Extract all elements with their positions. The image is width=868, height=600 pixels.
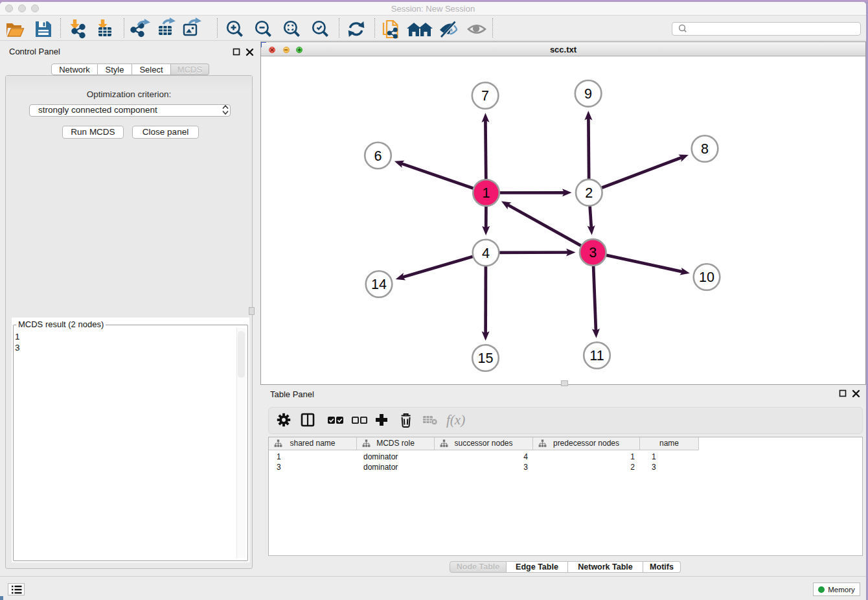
- svg-text:6: 6: [374, 148, 382, 164]
- svg-text:15: 15: [478, 351, 494, 366]
- svg-text:2: 2: [585, 185, 593, 201]
- svg-text:14: 14: [371, 277, 387, 292]
- svg-text:11: 11: [589, 348, 604, 363]
- svg-text:8: 8: [701, 141, 709, 157]
- svg-text:9: 9: [584, 86, 592, 102]
- svg-text:f(x): f(x): [446, 412, 465, 428]
- svg-text:10: 10: [699, 270, 714, 285]
- svg-text:1: 1: [483, 185, 490, 201]
- svg-text:3: 3: [589, 245, 597, 260]
- svg-text:4: 4: [482, 246, 490, 261]
- svg-text:7: 7: [481, 88, 489, 104]
